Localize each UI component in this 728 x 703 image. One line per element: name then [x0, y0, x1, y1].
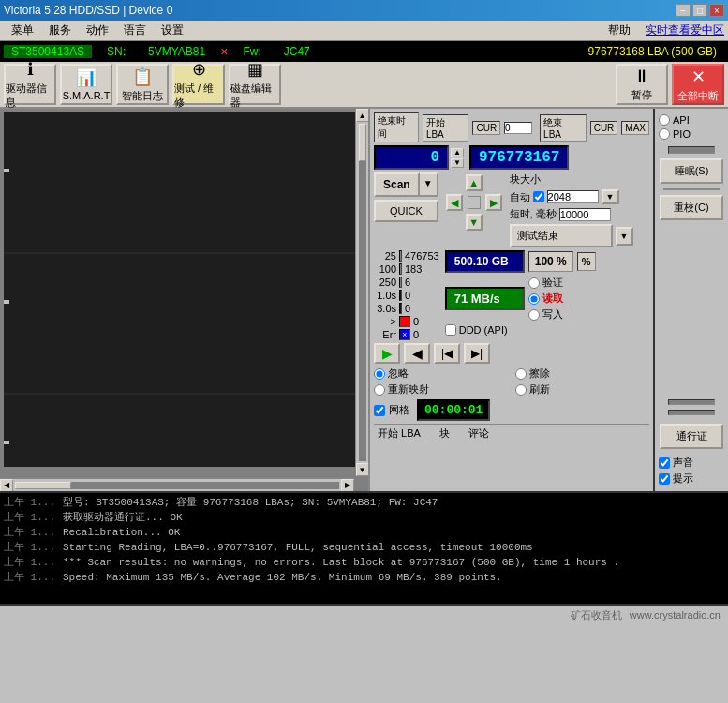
- nav-left-btn[interactable]: ◀: [446, 194, 463, 211]
- nav-right-btn[interactable]: ▶: [485, 194, 502, 211]
- write-radio-label[interactable]: 写入: [528, 307, 563, 322]
- pause-button[interactable]: ⏸ 暂停: [616, 64, 668, 105]
- scroll-up-btn[interactable]: ▲: [356, 109, 369, 122]
- menu-file[interactable]: 菜单: [4, 21, 41, 40]
- pio-radio-label[interactable]: PIO: [659, 128, 724, 140]
- hint-label: 提示: [673, 471, 693, 486]
- log-label: 智能日志: [122, 89, 163, 103]
- main-area: ◀ ▶ ▲ ▼ 绝束时间 开始 LBA CUR 绝束 LBA CUR MAX: [0, 109, 728, 491]
- menu-service[interactable]: 服务: [41, 21, 79, 40]
- stat-err: Err × 0: [374, 329, 439, 340]
- remap-radio-label[interactable]: 重新映射: [374, 382, 508, 396]
- pause-label: 暂停: [631, 88, 652, 102]
- menu-settings[interactable]: 设置: [154, 21, 191, 40]
- percent-sign: %: [577, 252, 596, 271]
- scroll-vthumb[interactable]: [359, 124, 366, 161]
- remap-label: 重新映射: [388, 382, 429, 396]
- hint-check-label[interactable]: 提示: [659, 471, 724, 486]
- sound-check-label[interactable]: 声音: [659, 456, 724, 470]
- hint-checkbox[interactable]: [659, 473, 670, 485]
- menu-realtime[interactable]: 实时查看爱中区: [646, 22, 724, 38]
- graph-panel: ◀ ▶ ▲ ▼: [0, 109, 370, 491]
- comment-col-header: 评论: [468, 426, 489, 441]
- sleep-button[interactable]: 睡眠(S): [660, 158, 723, 184]
- svg-rect-3: [4, 169, 9, 172]
- editor-button[interactable]: ▦ 磁盘编辑器: [229, 64, 281, 105]
- api-radio[interactable]: [659, 114, 670, 126]
- watermark-brand: 矿石收音机: [571, 608, 622, 622]
- grid-timer-row: 网格 00:00:01: [374, 399, 649, 421]
- menu-action[interactable]: 动作: [79, 21, 116, 40]
- info-button[interactable]: ℹ 驱动器信息: [4, 64, 56, 105]
- svg-rect-0: [4, 112, 358, 467]
- lba-start-down[interactable]: ▼: [451, 158, 464, 168]
- stats-speed-row: 25 476753 100 183 250 6 1.0s 0: [374, 250, 649, 340]
- stop-button[interactable]: ✕ 全部中断: [672, 64, 724, 105]
- scroll-thumb[interactable]: [15, 482, 71, 489]
- nav-down-btn[interactable]: ▼: [466, 214, 483, 231]
- block-size-dropdown[interactable]: ▼: [602, 189, 619, 204]
- test-button[interactable]: ⊕ 测试 / 维修: [172, 64, 225, 105]
- cur-input1[interactable]: [504, 122, 532, 134]
- smart-button[interactable]: 📊 S.M.A.R.T: [60, 64, 112, 105]
- interval-label: 短时, 毫秒: [510, 207, 557, 221]
- scroll-left-btn[interactable]: ◀: [0, 479, 13, 492]
- stat-err-indicator: ×: [399, 329, 410, 340]
- ignore-label: 忽略: [388, 366, 409, 381]
- ignore-radio[interactable]: [374, 368, 385, 380]
- read-radio[interactable]: [528, 293, 540, 305]
- scroll-down-btn[interactable]: ▼: [356, 463, 369, 476]
- scan-button[interactable]: Scan: [374, 172, 420, 197]
- test-mode-radios: 验证 读取 写入: [528, 276, 563, 322]
- scan-dropdown-btn[interactable]: ▼: [420, 172, 438, 197]
- read-label: 读取: [542, 292, 563, 306]
- ignore-radio-label[interactable]: 忽略: [374, 366, 508, 381]
- rewind-button[interactable]: ◀: [404, 343, 430, 364]
- menu-help[interactable]: 帮助: [601, 21, 638, 40]
- grid-checkbox[interactable]: [374, 405, 385, 416]
- scrollbar-vertical[interactable]: ▲ ▼: [355, 109, 368, 476]
- sound-checkbox[interactable]: [659, 457, 670, 469]
- maximize-button[interactable]: □: [692, 4, 707, 17]
- verify-radio[interactable]: [528, 277, 540, 289]
- auto-checkbox[interactable]: [533, 191, 544, 202]
- lba-start-value: 0: [374, 145, 449, 170]
- erase-radio[interactable]: [515, 368, 527, 380]
- play-button[interactable]: ▶: [374, 343, 400, 364]
- remap-radio[interactable]: [374, 384, 385, 396]
- recal-button[interactable]: 重校(C): [660, 195, 723, 220]
- ddd-checkbox[interactable]: [445, 324, 456, 336]
- verify-radio-label[interactable]: 验证: [528, 276, 563, 290]
- interval-input[interactable]: [559, 208, 611, 221]
- smart-icon: 📊: [76, 67, 97, 88]
- cert-button[interactable]: 通行证: [660, 424, 723, 449]
- title-bar: Victoria 5.28 HDD/SSD | Device 0 − □ ×: [0, 0, 728, 21]
- block-size-input[interactable]: [547, 190, 599, 203]
- skip-next-button[interactable]: ▶|: [464, 343, 490, 364]
- refresh-radio-label[interactable]: 刷新: [515, 382, 649, 396]
- refresh-radio[interactable]: [515, 384, 527, 396]
- scroll-right-btn[interactable]: ▶: [341, 479, 354, 492]
- editor-icon: ▦: [247, 59, 263, 80]
- menu-language[interactable]: 语言: [116, 21, 154, 40]
- skip-prev-button[interactable]: |◀: [434, 343, 460, 364]
- drive-close[interactable]: ×: [220, 44, 228, 59]
- log-button[interactable]: 📋 智能日志: [116, 64, 169, 105]
- drive-model[interactable]: ST3500413AS: [4, 45, 92, 58]
- minimize-button[interactable]: −: [676, 4, 691, 17]
- pio-radio[interactable]: [659, 128, 670, 140]
- write-radio[interactable]: [528, 309, 540, 321]
- api-radio-label[interactable]: API: [659, 114, 724, 126]
- close-button[interactable]: ×: [709, 4, 724, 17]
- nav-up-btn[interactable]: ▲: [466, 174, 483, 191]
- read-radio-label[interactable]: 读取: [528, 292, 563, 306]
- scrollbar-horizontal[interactable]: ◀ ▶: [0, 478, 354, 491]
- title-buttons: − □ ×: [676, 4, 724, 17]
- stat-err-val: 0: [413, 329, 419, 340]
- result-dropdown[interactable]: 测试结束: [510, 224, 613, 247]
- quick-button[interactable]: QUICK: [374, 200, 438, 222]
- result-dd-btn[interactable]: ▼: [616, 227, 633, 246]
- lba-start-up[interactable]: ▲: [451, 148, 464, 157]
- stat-250-val: 6: [405, 277, 410, 288]
- erase-radio-label[interactable]: 擦除: [515, 366, 649, 381]
